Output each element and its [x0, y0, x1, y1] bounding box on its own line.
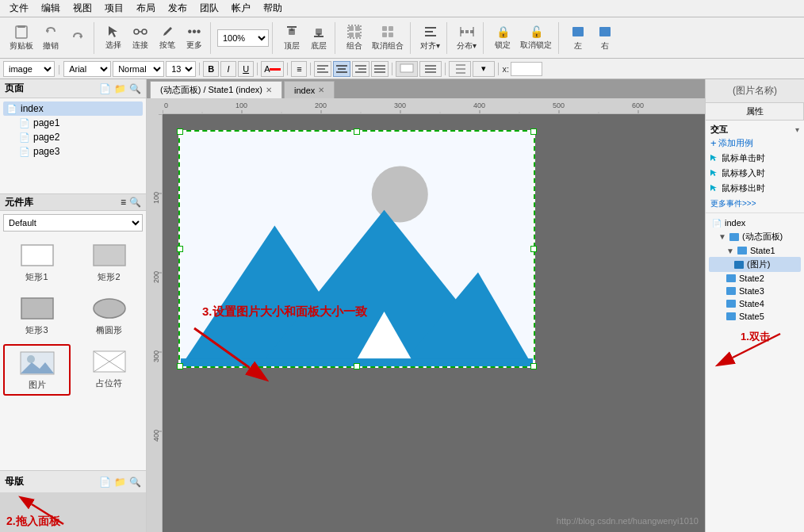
add-use-case-btn[interactable]: + 添加用例 — [710, 136, 799, 151]
tab-properties[interactable]: 属性 — [706, 103, 804, 120]
menu-layout[interactable]: 布局 — [130, 2, 162, 15]
toolbar-undo-btn[interactable]: 撤销 — [38, 24, 63, 52]
layer-page-icon: 📄 — [712, 219, 722, 228]
widget-image-label: 图片 — [29, 379, 46, 391]
layer-item-state5[interactable]: State5 — [709, 310, 801, 323]
menu-account[interactable]: 帐户 — [225, 2, 257, 15]
widget-rect1[interactable]: 矩形1 — [3, 238, 71, 286]
canvas-tab-state1-close[interactable]: ✕ — [266, 86, 272, 94]
layer-item-state4[interactable]: State4 — [709, 297, 801, 310]
toolbar-clipboard-btn[interactable]: 剪贴板 — [6, 24, 36, 52]
page-canvas[interactable] — [178, 130, 535, 368]
widget-image[interactable]: 图片 — [3, 344, 71, 396]
svg-text:400: 400 — [152, 430, 160, 442]
svg-rect-8 — [287, 26, 297, 28]
page-tree-item-page1[interactable]: 📄 page1 — [16, 116, 143, 130]
menu-project[interactable]: 项目 — [98, 2, 130, 15]
selection-handle-bc[interactable] — [354, 363, 360, 369]
toolbar-to-bottom-btn[interactable]: 底层 — [306, 24, 331, 52]
bold-btn[interactable]: B — [203, 61, 219, 77]
toolbar-redo-btn[interactable] — [65, 24, 90, 52]
selection-handle-ml[interactable] — [177, 246, 183, 252]
font-color-btn[interactable]: A — [261, 61, 284, 77]
pages-header-icons: 📄 📁 🔍 — [99, 83, 141, 94]
layer-item-state2[interactable]: State2 — [709, 272, 801, 285]
toolbar-align-btn[interactable]: 对齐▾ — [417, 24, 443, 52]
menu-view[interactable]: 视图 — [67, 2, 98, 15]
canvas-tab-state1[interactable]: (动态面板) / State1 (index) ✕ — [150, 81, 282, 98]
toolbar-to-top-btn[interactable]: 顶层 — [279, 24, 304, 52]
selection-handle-tr[interactable] — [530, 128, 537, 135]
pages-add-icon[interactable]: 📄 — [99, 83, 111, 94]
toolbar-more-btn[interactable]: ••• 更多 — [182, 24, 207, 52]
menu-help[interactable]: 帮助 — [257, 2, 289, 15]
align-justify-btn[interactable] — [371, 61, 389, 77]
more-align-btn[interactable] — [419, 61, 442, 77]
bullet-btn[interactable]: ≡ — [291, 61, 307, 77]
toolbar-select-btn[interactable]: 选择 — [101, 24, 126, 52]
toolbar-group-btn[interactable]: 组合 — [342, 24, 367, 52]
selection-handle-tc[interactable] — [354, 128, 360, 135]
bg-color-btn[interactable] — [396, 61, 418, 77]
x-coord-input[interactable] — [511, 62, 542, 76]
master-search-icon[interactable]: 🔍 — [129, 477, 141, 488]
italic-btn[interactable]: I — [220, 61, 236, 77]
align-left-btn[interactable] — [314, 61, 331, 77]
interaction-collapse-icon[interactable]: ▾ — [795, 125, 799, 134]
canvas-wrapper[interactable]: 0 100 200 300 400 500 600 — [147, 98, 705, 532]
layer-item-state1[interactable]: ▼ State1 — [709, 244, 801, 257]
event-mouse-leave[interactable]: 鼠标移出时 — [710, 181, 799, 196]
layer-item-image[interactable]: (图片) — [709, 257, 801, 272]
selection-handle-mr[interactable] — [530, 246, 537, 252]
menu-team[interactable]: 团队 — [193, 2, 225, 15]
toolbar-distribute-btn[interactable]: 分布▾ — [454, 24, 480, 52]
widget-list-icon[interactable]: ≡ — [121, 197, 126, 208]
toolbar-lock-btn[interactable]: 🔒 锁定 — [490, 24, 515, 52]
page-tree-item-page3[interactable]: 📄 page3 — [16, 144, 143, 159]
pages-search-icon[interactable]: 🔍 — [129, 83, 141, 94]
selection-handle-tl[interactable] — [177, 128, 183, 135]
canvas-tab-index-close[interactable]: ✕ — [318, 86, 324, 94]
font-family-select[interactable]: Arial — [63, 61, 111, 77]
master-folder-icon[interactable]: 📁 — [114, 477, 126, 488]
selection-handle-bl[interactable] — [177, 363, 183, 369]
menu-edit[interactable]: 编辑 — [35, 2, 67, 15]
layer-item-dynamic-panel[interactable]: ▼ (动态面板) — [709, 229, 801, 244]
master-add-icon[interactable]: 📄 — [99, 477, 111, 488]
menu-file[interactable]: 文件 — [3, 2, 35, 15]
menu-publish[interactable]: 发布 — [162, 2, 193, 15]
selection-handle-br[interactable] — [530, 363, 537, 369]
toolbar-ungroup-btn[interactable]: 取消组合 — [369, 24, 407, 52]
widget-rect3[interactable]: 矩形3 — [3, 291, 71, 339]
layer-item-state3[interactable]: State3 — [709, 285, 801, 297]
widget-rect2[interactable]: 矩形2 — [75, 238, 143, 286]
indent-btn[interactable]: ▾ — [473, 61, 495, 77]
page-type-select[interactable]: image — [3, 61, 55, 77]
widget-placeholder[interactable]: 占位符 — [75, 344, 143, 396]
pages-folder-icon[interactable]: 📁 — [114, 83, 126, 94]
widget-filter-select[interactable]: Default — [3, 214, 143, 232]
event-mouse-click[interactable]: 鼠标单击时 — [710, 151, 799, 166]
widget-search-icon[interactable]: 🔍 — [129, 197, 141, 208]
font-style-select[interactable]: Normal — [113, 61, 164, 77]
toolbar-left-btn[interactable]: 左 — [565, 24, 591, 52]
pages-panel-header: 页面 📄 📁 🔍 — [0, 79, 146, 98]
underline-btn[interactable]: U — [238, 61, 254, 77]
canvas-tab-index[interactable]: index ✕ — [284, 81, 335, 98]
widget-ellipse[interactable]: 椭圆形 — [75, 291, 143, 339]
toolbar-connect-btn[interactable]: 连接 — [128, 24, 153, 52]
page-tree-item-page2[interactable]: 📄 page2 — [16, 130, 143, 144]
toolbar-pen-btn[interactable]: 按笔 — [155, 24, 180, 52]
align-center-btn[interactable] — [333, 61, 350, 77]
zoom-select[interactable]: 100% 50% 150% 200% — [217, 29, 269, 47]
toolbar-unlock-btn[interactable]: 🔓 取消锁定 — [517, 24, 555, 52]
format-divider-7 — [498, 63, 499, 75]
page-tree-item-index[interactable]: 📄 index — [3, 101, 143, 116]
align-right-btn[interactable] — [352, 61, 369, 77]
event-mouse-enter[interactable]: 鼠标移入时 — [710, 166, 799, 181]
more-events-link[interactable]: 更多事件>>> — [710, 198, 799, 209]
line-spacing-btn[interactable] — [449, 61, 471, 77]
layer-item-index[interactable]: 📄 index — [709, 216, 801, 229]
font-size-select[interactable]: 13 — [166, 61, 196, 77]
toolbar-right-btn[interactable]: 右 — [592, 24, 618, 52]
